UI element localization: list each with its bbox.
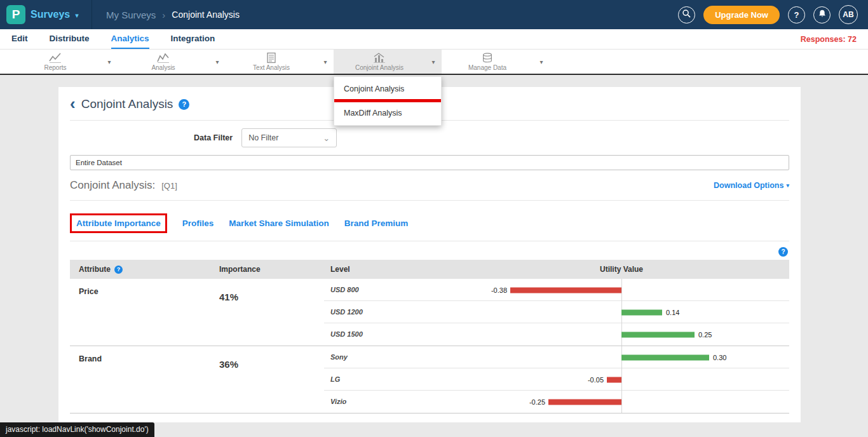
chevron-down-icon[interactable]: ▾ bbox=[425, 50, 442, 74]
product-menu-label: Surveys bbox=[31, 9, 70, 20]
page-title: Conjoint Analysis bbox=[81, 97, 173, 111]
document-table-icon bbox=[266, 52, 277, 64]
divider bbox=[70, 200, 789, 201]
table-help-row: ? bbox=[70, 247, 788, 257]
conjoint-dropdown-menu: Conjoint Analysis MaxDiff Analysis bbox=[334, 76, 442, 126]
data-filter-label: Data Filter bbox=[194, 133, 233, 142]
result-tabs: Attribute Importance Profiles Market Sha… bbox=[70, 213, 789, 233]
analytics-toolbar: Reports ▾ Analysis ▾ Text Analysis ▾ Con… bbox=[0, 50, 868, 75]
breadcrumb: My Surveys › Conjoint Analysis bbox=[106, 10, 240, 20]
utility-value-label: 0.30 bbox=[713, 354, 726, 361]
help-button[interactable]: ? bbox=[788, 6, 805, 24]
nav-item-integration[interactable]: Integration bbox=[171, 29, 215, 49]
nav-item-analytics[interactable]: Analytics bbox=[111, 29, 149, 49]
back-chevron-icon[interactable]: ‹ bbox=[70, 97, 76, 110]
level-name: LG bbox=[324, 368, 426, 391]
toolbar-analysis[interactable]: Analysis ▾ bbox=[118, 50, 226, 74]
tab-market-share-simulation[interactable]: Market Share Simulation bbox=[229, 218, 329, 228]
tab-attribute-importance[interactable]: Attribute Importance bbox=[70, 213, 167, 233]
toolbar-label: Analysis bbox=[151, 64, 175, 71]
toolbar-reports[interactable]: Reports ▾ bbox=[10, 50, 118, 74]
utility-bar bbox=[621, 309, 662, 315]
attribute-name: Price bbox=[70, 279, 213, 346]
attribute-help-icon[interactable]: ? bbox=[114, 266, 123, 274]
dataset-field[interactable] bbox=[70, 155, 789, 170]
utility-chart: -0.05 bbox=[426, 368, 789, 391]
survey-section-nav: Edit Distribute Analytics Integration Re… bbox=[0, 29, 868, 50]
zero-axis-line bbox=[621, 279, 622, 301]
utility-chart: 0.30 bbox=[426, 346, 789, 368]
download-options-label: Download Options bbox=[714, 181, 783, 190]
level-row: USD 15000.25 bbox=[324, 323, 789, 346]
attribute-name: Brand bbox=[70, 346, 213, 413]
bar-chart-icon bbox=[372, 52, 386, 64]
level-row: Vizio-0.25 bbox=[324, 391, 789, 413]
questionpro-logo[interactable]: P bbox=[6, 5, 25, 24]
attribute-group-row: Brand36%Sony0.30LG-0.05Vizio-0.25 bbox=[70, 346, 789, 413]
search-button[interactable] bbox=[678, 6, 695, 24]
menu-item-maxdiff-analysis[interactable]: MaxDiff Analysis bbox=[334, 102, 441, 123]
utility-bar bbox=[621, 354, 709, 360]
section-title: Conjoint Analysis: bbox=[70, 179, 155, 192]
utility-value-label: 0.14 bbox=[666, 309, 679, 316]
product-switcher[interactable]: P Surveys ▾ bbox=[0, 0, 92, 29]
toolbar-label: Manage Data bbox=[468, 64, 506, 71]
line-chart-icon bbox=[48, 52, 62, 64]
level-name: Vizio bbox=[324, 391, 426, 413]
utility-bar bbox=[621, 332, 695, 337]
table-help-icon[interactable]: ? bbox=[778, 247, 788, 257]
chevron-down-icon[interactable]: ▾ bbox=[317, 50, 334, 74]
notifications-button[interactable] bbox=[813, 6, 831, 24]
menu-item-conjoint-analysis[interactable]: Conjoint Analysis bbox=[334, 78, 441, 99]
utility-chart: 0.25 bbox=[426, 323, 789, 346]
main-content: ‹ Conjoint Analysis ? Data Filter No Fil… bbox=[0, 75, 868, 422]
download-options-link[interactable]: Download Options ▾ bbox=[714, 181, 789, 190]
trend-chart-icon bbox=[156, 52, 170, 64]
breadcrumb-separator-icon: › bbox=[162, 10, 165, 20]
level-name: USD 1500 bbox=[324, 323, 426, 346]
utility-bar bbox=[548, 399, 621, 405]
nav-item-distribute[interactable]: Distribute bbox=[50, 29, 90, 49]
utility-value-label: -0.38 bbox=[491, 286, 507, 294]
chevron-down-icon[interactable]: ▾ bbox=[533, 50, 550, 74]
data-filter-select[interactable]: No Filter ⌄ bbox=[241, 128, 337, 147]
utility-chart: 0.14 bbox=[426, 301, 789, 323]
level-row: USD 12000.14 bbox=[324, 301, 789, 323]
chevron-down-icon: ⌄ bbox=[323, 133, 330, 143]
zero-axis-line bbox=[621, 368, 622, 391]
zero-axis-line bbox=[621, 391, 622, 413]
level-name: Sony bbox=[324, 346, 426, 368]
top-navigation-bar: P Surveys ▾ My Surveys › Conjoint Analys… bbox=[0, 0, 868, 29]
avatar[interactable]: AB bbox=[839, 5, 858, 24]
page-help-icon[interactable]: ? bbox=[179, 99, 189, 110]
chevron-down-icon: ▾ bbox=[786, 182, 789, 189]
upgrade-now-button[interactable]: Upgrade Now bbox=[703, 6, 780, 24]
utility-chart: -0.25 bbox=[426, 391, 789, 413]
nav-item-edit[interactable]: Edit bbox=[11, 29, 28, 49]
chevron-down-icon: ▾ bbox=[75, 11, 79, 20]
toolbar-label: Reports bbox=[44, 64, 66, 71]
topbar-actions: Upgrade Now ? AB bbox=[678, 5, 868, 24]
chevron-down-icon[interactable]: ▾ bbox=[101, 50, 118, 74]
search-icon bbox=[682, 9, 691, 20]
levels-container: Sony0.30LG-0.05Vizio-0.25 bbox=[324, 346, 789, 413]
breadcrumb-my-surveys[interactable]: My Surveys bbox=[106, 10, 156, 20]
utility-bar bbox=[607, 377, 621, 382]
toolbar-conjoint-analysis[interactable]: Conjoint Analysis ▾ bbox=[334, 50, 442, 74]
utility-value-label: -0.25 bbox=[529, 398, 545, 406]
toolbar-manage-data[interactable]: Manage Data ▾ bbox=[442, 50, 550, 74]
data-filter-row: Data Filter No Filter ⌄ bbox=[194, 128, 789, 147]
tab-profiles[interactable]: Profiles bbox=[182, 218, 214, 228]
level-row: Sony0.30 bbox=[324, 346, 789, 368]
toolbar-text-analysis[interactable]: Text Analysis ▾ bbox=[226, 50, 334, 74]
database-icon bbox=[481, 52, 494, 64]
chevron-down-icon[interactable]: ▾ bbox=[209, 50, 226, 74]
divider bbox=[70, 241, 789, 241]
level-name: USD 1200 bbox=[324, 301, 426, 323]
header-attribute: Attribute bbox=[79, 265, 111, 274]
tab-brand-premium[interactable]: Brand Premium bbox=[344, 218, 409, 228]
utility-chart: -0.38 bbox=[426, 279, 789, 301]
responses-count: Responses: 72 bbox=[801, 35, 857, 44]
level-name: USD 800 bbox=[324, 279, 426, 301]
data-filter-value: No Filter bbox=[248, 133, 278, 142]
